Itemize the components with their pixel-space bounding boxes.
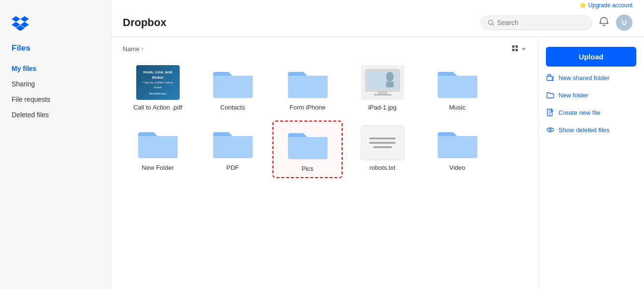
- content-area: Name ↑: [111, 37, 644, 289]
- right-panel: Upload New shared folder: [538, 37, 644, 289]
- search-icon: [488, 19, 494, 26]
- file-browser-header: Name ↑: [123, 45, 526, 53]
- sort-label-text: Name: [123, 45, 140, 53]
- new-folder-label: New folder: [558, 92, 588, 99]
- pdf-thumbnail: Hook, Line, and Sinker7 Tips for a Kille…: [136, 65, 180, 100]
- file-item-label: PDF: [227, 164, 239, 171]
- sort-arrow-icon: ↑: [142, 46, 144, 52]
- chevron-down-icon: [521, 46, 526, 51]
- folder-icon-video: [436, 125, 479, 160]
- file-item-label: Contacts: [220, 104, 245, 111]
- upgrade-bar: ⭐ Upgrade account: [111, 0, 644, 9]
- file-item-label: Video: [449, 164, 465, 171]
- folder-icon-music: [436, 65, 479, 100]
- svg-rect-4: [512, 49, 515, 51]
- svg-rect-5: [515, 49, 518, 51]
- file-item-form-iphone[interactable]: Form iPhone: [272, 60, 343, 116]
- main-area: ⭐ Upgrade account Dropbox U: [111, 0, 644, 289]
- sidebar: Files My files Sharing File requests Del…: [0, 0, 111, 289]
- eye-icon: [546, 125, 555, 134]
- upload-button[interactable]: Upload: [546, 47, 636, 67]
- new-folder-action[interactable]: New folder: [546, 89, 636, 101]
- folder-icon-contacts: [211, 65, 255, 100]
- dropbox-logo-icon: [12, 14, 29, 32]
- txt-line-1: [369, 138, 396, 139]
- upgrade-account-link[interactable]: ⭐ Upgrade account: [579, 2, 632, 9]
- view-toggle[interactable]: [512, 45, 526, 53]
- svg-rect-9: [374, 94, 391, 96]
- search-box[interactable]: [481, 15, 592, 30]
- file-item-pics[interactable]: Pics: [272, 121, 343, 178]
- file-item-label: Music: [449, 104, 466, 111]
- sidebar-item-file-requests[interactable]: File requests: [0, 92, 111, 107]
- logo-area: [0, 10, 111, 43]
- sidebar-item-sharing[interactable]: Sharing: [0, 76, 111, 92]
- topbar: Dropbox U: [111, 9, 644, 37]
- folder-icon-pdf: [211, 125, 255, 160]
- sidebar-item-deleted-files[interactable]: Deleted files: [0, 107, 111, 123]
- svg-point-10: [386, 72, 394, 82]
- file-item-label: Form iPhone: [289, 104, 325, 111]
- topbar-right: U: [481, 14, 632, 31]
- file-item-call-to-action[interactable]: Hook, Line, and Sinker7 Tips for a Kille…: [123, 60, 193, 116]
- txt-line-2: [369, 142, 396, 144]
- sort-name-label[interactable]: Name ↑: [123, 45, 144, 53]
- new-shared-folder-action[interactable]: New shared folder: [546, 71, 636, 84]
- file-browser: Name ↑: [111, 37, 538, 289]
- txt-line-3: [373, 146, 392, 148]
- svg-line-1: [492, 24, 494, 26]
- avatar-circle: U: [616, 14, 632, 31]
- shared-folder-icon: [546, 73, 555, 82]
- file-item-robots-txt[interactable]: robots.txt: [347, 121, 417, 178]
- create-new-file-action[interactable]: Create new file: [546, 106, 636, 119]
- svg-rect-12: [547, 76, 552, 81]
- show-deleted-files-label: Show deleted files: [558, 126, 610, 134]
- svg-rect-3: [515, 45, 518, 48]
- file-item-label: Pics: [301, 165, 314, 172]
- search-input[interactable]: [497, 19, 585, 27]
- svg-rect-8: [378, 91, 387, 94]
- file-item-label: New Folder: [142, 164, 173, 171]
- file-item-video[interactable]: Video: [422, 121, 492, 178]
- svg-rect-11: [386, 82, 394, 87]
- grid-view-icon: [512, 45, 519, 53]
- folder-icon-pics: [286, 126, 329, 161]
- bell-icon[interactable]: [599, 16, 609, 29]
- file-grid: Hook, Line, and Sinker7 Tips for a Kille…: [123, 60, 526, 178]
- file-item-new-folder[interactable]: New Folder: [123, 121, 193, 178]
- txt-file-icon: [361, 125, 404, 160]
- new-folder-icon: [546, 91, 555, 99]
- file-item-pdf-folder[interactable]: PDF: [198, 121, 268, 178]
- folder-icon-new-folder: [136, 125, 180, 160]
- image-thumbnail-ipad: [361, 65, 404, 100]
- svg-point-14: [547, 128, 554, 132]
- file-item-music[interactable]: Music: [422, 60, 492, 116]
- svg-rect-2: [512, 45, 515, 48]
- page-title: Dropbox: [123, 16, 166, 29]
- file-item-contacts[interactable]: Contacts: [198, 60, 268, 116]
- new-shared-folder-label: New shared folder: [558, 74, 610, 82]
- files-nav-header: Files: [0, 43, 111, 61]
- file-item-label: robots.txt: [370, 164, 395, 171]
- svg-point-15: [549, 129, 551, 131]
- sidebar-item-my-files[interactable]: My files: [0, 61, 111, 76]
- avatar[interactable]: U: [616, 14, 632, 31]
- folder-icon-form-iphone: [286, 65, 329, 100]
- create-file-icon: [546, 108, 555, 117]
- file-item-ipad-1[interactable]: iPad-1.jpg: [347, 60, 417, 116]
- create-new-file-label: Create new file: [558, 109, 601, 116]
- file-item-label: Call to Action .pdf: [133, 104, 182, 111]
- show-deleted-files-action[interactable]: Show deleted files: [546, 124, 636, 136]
- file-item-label: iPad-1.jpg: [368, 104, 397, 111]
